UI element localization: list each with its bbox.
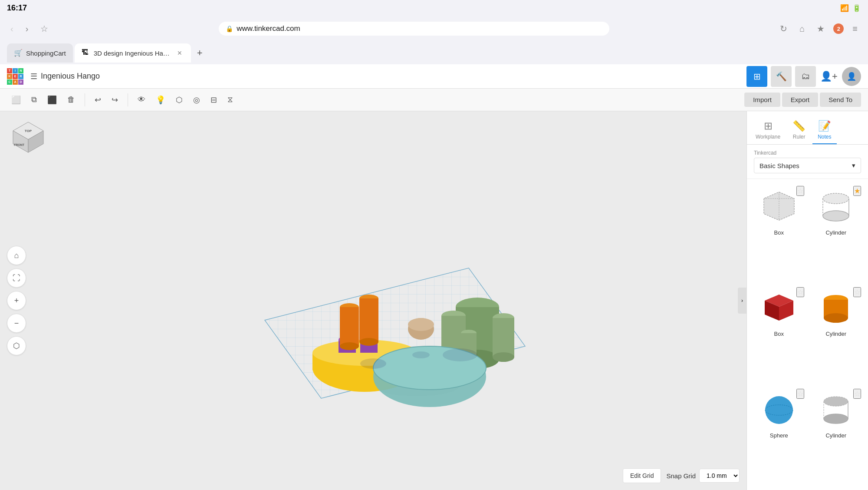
forward-button[interactable]: › xyxy=(22,22,32,36)
notes-tab[interactable]: 📝 Notes xyxy=(812,116,836,144)
undo-button[interactable]: ↩ xyxy=(90,93,105,107)
notes-tab-icon: 📝 xyxy=(818,120,831,132)
shape-item-cyl-orange[interactable]: ☆ Cylinder xyxy=(809,285,863,383)
toolbar-right: ⊞ 🔨 🗂 👤+ 👤 xyxy=(746,66,861,87)
svg-point-37 xyxy=(360,358,386,369)
snap-grid-area: Snap Grid 1.0 mm 0.5 mm 2.0 mm xyxy=(666,469,740,483)
notes-tab-label: Notes xyxy=(818,134,831,140)
menu-button[interactable]: ≡ xyxy=(849,22,861,36)
hamburger-menu-button[interactable]: ☰ xyxy=(30,72,37,81)
ruler-tab-label: Ruler xyxy=(793,134,806,140)
shape-visual-cyl-wire xyxy=(814,188,858,227)
workplane-tab-label: Workplane xyxy=(756,134,780,140)
new-shape-button[interactable]: ⬜ xyxy=(7,93,25,107)
svg-point-19 xyxy=(359,338,378,346)
star-cyl-orange-button[interactable]: ☆ xyxy=(853,287,861,297)
import-button[interactable]: Import xyxy=(744,93,780,107)
home-button[interactable]: ⌂ xyxy=(796,22,808,36)
star-box-red-button[interactable]: ☆ xyxy=(796,287,804,297)
svg-rect-29 xyxy=(493,318,514,357)
back-button[interactable]: ‹ xyxy=(7,22,17,36)
export-button[interactable]: Export xyxy=(782,93,818,107)
lock-icon: 🔒 xyxy=(226,25,233,32)
snap-grid-select[interactable]: 1.0 mm 0.5 mm 2.0 mm xyxy=(699,469,740,483)
svg-point-43 xyxy=(823,193,849,204)
duplicate-button[interactable]: ⬛ xyxy=(43,93,61,107)
address-bar[interactable]: 🔒 www.tinkercad.com xyxy=(219,22,609,36)
star-box-wire-button[interactable]: ☆ xyxy=(796,186,804,196)
svg-point-52 xyxy=(824,313,848,323)
shape-label-sphere-blue: Sphere xyxy=(770,432,788,439)
ruler-tab-icon: 📏 xyxy=(792,120,806,132)
redo-button[interactable]: ↪ xyxy=(107,93,122,107)
svg-point-58 xyxy=(824,414,848,424)
hammer-view-button[interactable]: 🔨 xyxy=(771,66,792,87)
tabs-count-badge[interactable]: 2 xyxy=(833,23,844,34)
star-extra-button[interactable]: ☆ xyxy=(853,389,861,399)
status-bar: 16:17 📶 🔋 xyxy=(0,0,868,16)
copy-button[interactable]: ⧉ xyxy=(27,93,41,107)
shape-button[interactable]: ⬡ xyxy=(171,93,187,107)
grid-view-button[interactable]: ⊞ xyxy=(746,66,767,87)
add-user-button[interactable]: 👤+ xyxy=(819,67,838,86)
svg-point-53 xyxy=(765,396,793,424)
delete-button[interactable]: 🗑 xyxy=(63,93,79,107)
panel-collapse-button[interactable]: › xyxy=(738,288,746,314)
shape-label-extra: Cylinder xyxy=(825,432,846,439)
tab-favicon-tinkercad: 🏗 xyxy=(82,49,90,57)
snap-grid-label: Snap Grid xyxy=(666,472,696,480)
category-label: Basic Shapes xyxy=(760,162,799,169)
status-time: 16:17 xyxy=(7,3,27,13)
svg-point-55 xyxy=(824,397,848,406)
light-button[interactable]: 💡 xyxy=(151,93,170,107)
tabs-bar: 🛒 ShoppingCart 🏗 3D design Ingenious Han… xyxy=(0,42,868,64)
shape-visual-cyl-orange xyxy=(814,289,858,328)
shape-item-cyl-wire[interactable]: ★ Cylinder xyxy=(809,184,863,282)
right-panel: ⊞ Workplane 📏 Ruler 📝 Notes Tinkercad Ba… xyxy=(746,111,868,490)
3d-scene xyxy=(200,170,547,431)
svg-point-44 xyxy=(823,211,849,221)
shape-item-sphere-blue[interactable]: ☆ Sphere xyxy=(752,387,806,485)
camera-button[interactable]: 👁 xyxy=(133,93,150,107)
address-text: www.tinkercad.com xyxy=(237,24,300,33)
layers-view-button[interactable]: 🗂 xyxy=(795,66,816,87)
svg-point-21 xyxy=(408,318,434,331)
canvas-area[interactable]: TOP FRONT ⌂ ⛶ + − ⬡ xyxy=(0,111,746,490)
tab-favicon-shopping: 🛒 xyxy=(14,49,23,57)
shape-item-box-wire[interactable]: ☆ Box xyxy=(752,184,806,282)
reload-button[interactable]: ↻ xyxy=(776,22,791,36)
edit-right: Import Export Send To xyxy=(744,93,861,107)
edit-grid-button[interactable]: Edit Grid xyxy=(623,468,661,483)
view3d-button[interactable]: ◎ xyxy=(189,93,204,107)
grid-button[interactable]: ⊟ xyxy=(206,93,221,107)
scene-container xyxy=(0,111,746,490)
edit-toolbar: ⬜ ⧉ ⬛ 🗑 ↩ ↪ 👁 💡 ⬡ ◎ ⊟ ⧖ Import Export Se… xyxy=(0,89,868,111)
viewport[interactable]: TOP FRONT ⌂ ⛶ + − ⬡ xyxy=(0,111,746,490)
shape-item-box-red[interactable]: ☆ Box xyxy=(752,285,806,383)
ruler-tab[interactable]: 📏 Ruler xyxy=(787,116,811,144)
send-to-button[interactable]: Send To xyxy=(820,93,861,107)
category-dropdown[interactable]: Basic Shapes ▾ xyxy=(754,158,861,173)
library-section-title: Tinkercad xyxy=(754,150,861,156)
browser-nav: ‹ › ☆ 🔒 www.tinkercad.com ↻ ⌂ ★ 2 ≡ xyxy=(0,16,868,42)
shapes-grid: ☆ Box ★ xyxy=(747,179,868,490)
tab-shopping[interactable]: 🛒 ShoppingCart xyxy=(7,43,73,63)
battery-icon: 🔋 xyxy=(852,4,861,12)
tab-tinkercad[interactable]: 🏗 3D design Ingenious Hang... ✕ xyxy=(75,43,191,63)
main-layout: TOP FRONT ⌂ ⛶ + − ⬡ xyxy=(0,111,868,490)
star-sphere-blue-button[interactable]: ☆ xyxy=(796,389,804,399)
workplane-tab[interactable]: ⊞ Workplane xyxy=(750,116,786,144)
toolbar-separator xyxy=(85,93,85,106)
star-cyl-wire-button[interactable]: ★ xyxy=(853,186,861,196)
shape-label-box-red: Box xyxy=(774,331,784,337)
app-toolbar: T I N K E R C A D ☰ Ingenious Hango ⊞ 🔨 … xyxy=(0,64,868,89)
favorites-button[interactable]: ★ xyxy=(813,22,828,36)
tab-close-button[interactable]: ✕ xyxy=(175,49,184,57)
user-avatar-button[interactable]: 👤 xyxy=(842,67,861,86)
align-button[interactable]: ⧖ xyxy=(223,93,237,107)
bookmark-button[interactable]: ☆ xyxy=(37,22,52,36)
new-tab-button[interactable]: + xyxy=(193,46,207,60)
shape-item-extra[interactable]: ☆ Cylinder xyxy=(809,387,863,485)
svg-point-38 xyxy=(412,351,430,358)
app-container: T I N K E R C A D ☰ Ingenious Hango ⊞ 🔨 … xyxy=(0,64,868,490)
